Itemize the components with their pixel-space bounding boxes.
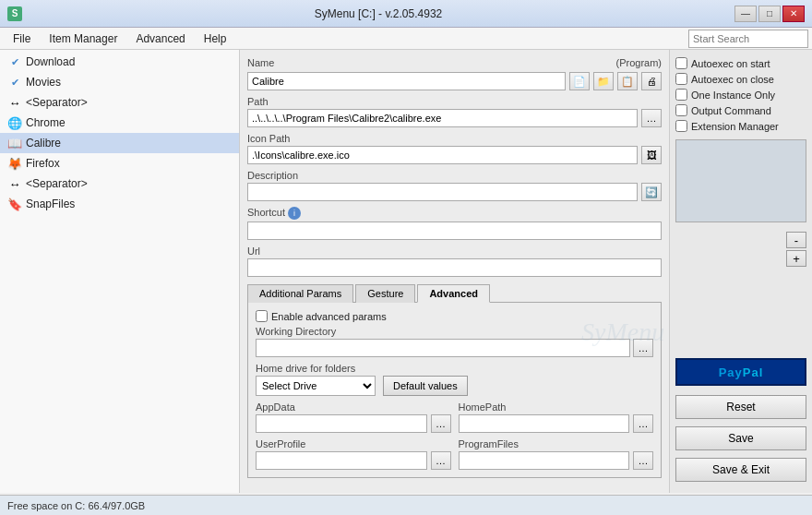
menu-bar: File Item Manager Advanced Help [0,28,812,50]
url-input[interactable] [247,258,662,277]
icon-browse-btn[interactable]: 🖼 [641,146,662,164]
window-title: SyMenu [C:] - v.2.05.4932 [22,7,734,20]
sidebar-item-download[interactable]: ✔ Download [0,52,239,72]
path-label: Path [247,96,662,107]
programfiles-input-row: … [459,451,654,470]
select-drive-dropdown[interactable]: Select Drive [256,376,376,396]
close-button[interactable]: ✕ [782,6,805,22]
output-command-checkbox[interactable] [675,104,687,116]
tab-advanced[interactable]: Advanced [417,284,490,303]
working-dir-input-row: … [256,339,653,357]
working-dir-row: Working Directory … [256,326,653,357]
appdata-input[interactable] [256,414,427,433]
enable-advanced-label: Enable advanced params [271,311,387,322]
name-file-icon-btn[interactable]: 📄 [569,72,590,90]
sidebar-item-movies[interactable]: ✔ Movies [0,72,239,92]
name-folder-icon-btn[interactable]: 📁 [593,72,614,90]
icon-path-input-row: 🖼 [247,146,662,164]
app-icon: S [7,6,22,21]
search-input[interactable] [688,30,808,48]
one-instance-checkbox[interactable] [675,89,687,101]
appdata-homepath-row: AppData … HomePath … [256,401,653,433]
working-dir-browse-btn[interactable]: … [633,339,653,357]
save-button[interactable]: Save [675,426,806,450]
shortcut-input[interactable] [247,222,662,240]
homepath-input[interactable] [459,414,630,433]
name-label: Name [247,57,274,68]
name-input[interactable] [247,72,566,90]
checkbox-output-command: Output Command [675,104,806,116]
extension-manager-checkbox[interactable] [675,120,687,132]
menu-item-manager[interactable]: Item Manager [40,28,126,49]
programfiles-browse-btn[interactable]: … [633,451,653,470]
enable-advanced-checkbox[interactable] [256,310,268,322]
autoexec-close-label: Autoexec on close [691,74,774,85]
download-icon: ✔ [7,54,22,69]
shortcut-info-icon: i [288,207,301,220]
description-input[interactable] [247,183,638,201]
userprofile-label: UserProfile [256,438,451,449]
maximize-button[interactable]: □ [758,6,781,22]
form-panel: SyMenu Files Name (Program) 📄 📁 📋 🖨 Path… [240,50,669,493]
minus-button[interactable]: - [786,232,806,248]
plus-button[interactable]: + [786,250,806,267]
homepath-input-row: … [459,414,654,433]
default-values-btn[interactable]: Default values [383,376,468,396]
shortcut-label: Shortcut [247,207,285,218]
tab-gesture[interactable]: Gesture [355,284,415,303]
separator-icon-2: ↔ [7,176,22,191]
description-label: Description [247,170,662,181]
tab-additional-params[interactable]: Additional Params [247,284,353,303]
programfiles-label: ProgramFiles [459,438,654,449]
sidebar-item-snapfiles[interactable]: 🔖 SnapFiles [0,194,239,214]
menu-file[interactable]: File [4,28,40,49]
appdata-browse-btn[interactable]: … [431,414,451,433]
paypal-button[interactable]: PayPal [675,358,806,386]
programfiles-input[interactable] [459,451,630,470]
userprofile-browse-btn[interactable]: … [431,451,451,470]
path-browse-btn[interactable]: … [641,109,662,127]
sidebar-item-calibre[interactable]: 📖 Calibre [0,133,239,153]
sidebar-item-chrome[interactable]: 🌐 Chrome [0,113,239,133]
checkbox-autoexec-start: Autoexec on start [675,57,806,69]
sidebar-label-download: Download [26,55,75,68]
url-row: Url [247,246,662,277]
homepath-label: HomePath [459,401,654,413]
path-row: Path … [247,96,662,127]
movies-icon: ✔ [7,75,22,90]
userprofile-input[interactable] [256,451,427,470]
sidebar-item-firefox[interactable]: 🦊 Firefox [0,153,239,174]
plusminus-controls: - + [675,232,806,267]
tabs-row: Additional Params Gesture Advanced [247,284,662,303]
sidebar-label-chrome: Chrome [26,116,66,129]
home-drive-row: Home drive for folders Select Drive Defa… [256,363,653,396]
path-input[interactable] [247,109,638,127]
minimize-button[interactable]: — [734,6,757,22]
homepath-col: HomePath … [459,401,654,433]
main-layout: ✔ Download ✔ Movies ↔ <Separator> 🌐 Chro… [0,50,812,493]
description-refresh-btn[interactable]: 🔄 [641,183,662,201]
programfiles-col: ProgramFiles … [459,438,654,470]
description-row: Description 🔄 [247,170,662,201]
icon-path-input[interactable] [247,146,638,164]
name-copy-icon-btn[interactable]: 📋 [617,72,638,90]
sidebar-label-calibre: Calibre [26,137,61,150]
appdata-col: AppData … [256,401,451,433]
autoexec-start-checkbox[interactable] [675,57,687,69]
menu-advanced[interactable]: Advanced [126,28,194,49]
menu-help[interactable]: Help [195,28,236,49]
working-dir-input[interactable] [256,339,630,357]
autoexec-close-checkbox[interactable] [675,73,687,85]
sidebar-label-sep1: <Separator> [26,96,88,109]
icon-path-label: Icon Path [247,133,662,144]
status-text: Free space on C: 66.4/97.0GB [7,500,145,511]
save-exit-button[interactable]: Save & Exit [675,458,806,482]
reset-button[interactable]: Reset [675,395,806,419]
name-print-icon-btn[interactable]: 🖨 [641,72,662,90]
home-drive-label: Home drive for folders [256,363,653,374]
homepath-browse-btn[interactable]: … [633,414,653,433]
shortcut-row: Shortcut i [247,207,662,240]
sidebar-label-sep2: <Separator> [26,177,88,190]
description-input-row: 🔄 [247,183,662,201]
path-input-row: … [247,109,662,127]
